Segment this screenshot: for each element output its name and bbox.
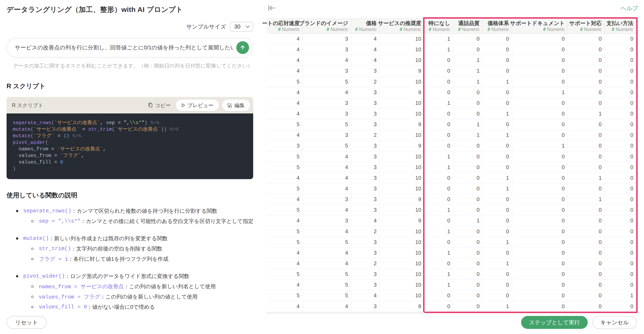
data-preview-panel: ヘルプ ートの応対速度# Numericブランドのイメージ# Numeric価格… <box>266 0 644 334</box>
column-header[interactable]: サポート対応# Numeric <box>568 19 605 33</box>
table-cell: 0 <box>605 173 636 183</box>
table-cell: 0 <box>605 248 636 258</box>
collapse-panel-button[interactable] <box>267 3 276 13</box>
table-cell: 3 <box>351 98 380 108</box>
table-cell: 0 <box>483 162 512 172</box>
table-cell: 0 <box>424 237 453 247</box>
footer-actions: ステップとして実行 キャンセル <box>521 316 637 329</box>
column-name: サービスの推奨度 <box>378 20 421 26</box>
preview-button-label: プレビュー <box>188 102 214 109</box>
bullet-icon <box>31 258 34 260</box>
play-icon <box>181 103 185 108</box>
r-script-panel: R スクリプト コピー プレビュー <box>6 97 253 179</box>
column-header[interactable]: サポートドキュメント# Numeric <box>512 19 568 33</box>
function-code: str_trim() <box>39 246 71 252</box>
table-cell: 0 <box>512 173 568 183</box>
function-code: values_fill = 0 <box>39 304 87 310</box>
table-cell: 5 <box>266 269 303 279</box>
table-cell: 10 <box>380 162 424 172</box>
table-cell: 2 <box>351 77 380 87</box>
table-cell: 1 <box>483 258 512 269</box>
table-cell: 0 <box>453 44 483 55</box>
table-cell: 1 <box>453 66 483 76</box>
column-name: 特になし <box>428 20 450 26</box>
table-cell: 4 <box>303 258 351 269</box>
table-cell: 0 <box>483 194 512 204</box>
table-cell: 3 <box>351 162 380 172</box>
table-cell: 0 <box>424 77 453 87</box>
data-table: ートの応対速度# Numericブランドのイメージ# Numeric価格# Nu… <box>266 18 636 312</box>
table-cell: 0 <box>605 130 636 140</box>
table-row: 4349010000 <box>266 215 636 226</box>
column-header[interactable]: 価格体系# Numeric <box>483 19 512 33</box>
column-name: ブランドのイメージ <box>299 20 348 26</box>
copy-button[interactable]: コピー <box>146 102 172 109</box>
table-cell: 10 <box>380 77 424 87</box>
table-cell: 8 <box>380 301 424 312</box>
table-cell: 10 <box>380 44 424 55</box>
sample-size-select[interactable]: 30 <box>230 22 253 32</box>
table-cell: 0 <box>453 173 483 183</box>
table-cell: 10 <box>380 237 424 247</box>
table-cell: 4 <box>266 301 303 312</box>
column-header[interactable]: 通話品質# Numeric <box>453 19 483 33</box>
table-cell: 3 <box>351 183 380 194</box>
table-cell: 3 <box>351 280 380 290</box>
table-cell: 4 <box>266 258 303 269</box>
table-cell: 10 <box>380 152 424 162</box>
prompt-input[interactable]: サービスの改善点の列を行に分割し、回答値ごとに0/1の値を持った列として展開した… <box>6 38 253 57</box>
column-header[interactable]: ブランドのイメージ# Numeric <box>303 19 351 33</box>
table-cell: 0 <box>512 183 568 194</box>
table-cell: 10 <box>380 109 424 119</box>
table-row: 54310100000 <box>266 205 636 215</box>
table-cell: 0 <box>605 183 636 194</box>
table-cell: 4 <box>266 66 303 76</box>
table-cell: 0 <box>453 162 483 172</box>
function-description: ：カンマとその後に続く可能性のある空白文字を区切り文字として指定 <box>80 218 254 225</box>
function-item: values_fill = 0：値がない場合に0で埋める <box>0 302 266 312</box>
table-cell: 4 <box>303 162 351 172</box>
help-link[interactable]: ヘルプ <box>620 4 638 12</box>
table-cell: 0 <box>453 98 483 108</box>
table-cell: 0 <box>512 301 568 312</box>
table-cell: 3 <box>351 301 380 312</box>
code-line: mutate(`フラグ` = 1) %>% <box>13 133 247 139</box>
table-row: 4339010000 <box>266 66 636 76</box>
cancel-button[interactable]: キャンセル <box>592 316 637 329</box>
table-cell: 1 <box>424 280 453 290</box>
table-cell: 0 <box>512 162 568 172</box>
column-header[interactable]: 支払い方法# Numeric <box>605 19 636 33</box>
table-row: 55410000001 <box>266 290 636 301</box>
column-header[interactable]: ートの応対速度# Numeric <box>266 19 303 33</box>
table-cell: 0 <box>605 162 636 172</box>
table-cell: 1 <box>483 77 512 87</box>
table-cell: 0 <box>568 301 605 312</box>
table-cell: 0 <box>424 141 453 151</box>
table-cell: 0 <box>568 152 605 162</box>
table-cell: 0 <box>453 269 483 279</box>
table-cell: 0 <box>568 226 605 237</box>
table-cell: 3 <box>303 66 351 76</box>
column-header[interactable]: 特になし# Numeric <box>424 19 453 33</box>
table-cell: 5 <box>303 290 351 301</box>
table-cell: 0 <box>512 55 568 65</box>
column-header[interactable]: サービスの推奨度# Numeric <box>380 19 424 33</box>
column-header[interactable]: 価格# Numeric <box>351 19 380 33</box>
table-cell: 0 <box>483 248 512 258</box>
submit-prompt-button[interactable] <box>236 41 249 54</box>
table-cell: 5 <box>303 280 351 290</box>
table-cell: 0 <box>568 130 605 140</box>
preview-button[interactable]: プレビュー <box>176 99 219 111</box>
table-body: 4341010000043410100000444100100004339010… <box>266 34 636 312</box>
table-cell: 0 <box>512 77 568 87</box>
table-cell: 5 <box>303 119 351 130</box>
table-cell: 1 <box>453 130 483 140</box>
edit-button[interactable]: 編集 <box>222 99 250 111</box>
table-cell: 0 <box>512 194 568 204</box>
table-cell: 3 <box>303 194 351 204</box>
table-cell: 0 <box>605 44 636 55</box>
run-step-button[interactable]: ステップとして実行 <box>521 316 588 329</box>
reset-button[interactable]: リセット <box>6 316 47 329</box>
table-cell: 4 <box>266 98 303 108</box>
table-cell: 0 <box>483 141 512 151</box>
